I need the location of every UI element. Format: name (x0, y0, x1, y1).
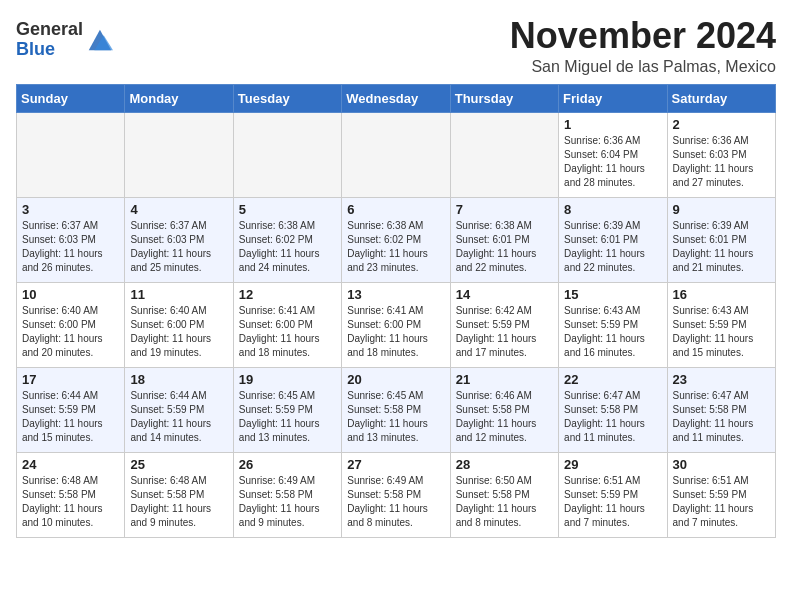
logo: General Blue (16, 20, 113, 60)
day-info: Sunrise: 6:49 AM Sunset: 5:58 PM Dayligh… (347, 474, 444, 530)
calendar-week-row: 10Sunrise: 6:40 AM Sunset: 6:00 PM Dayli… (17, 282, 776, 367)
weekday-header: Sunday (17, 84, 125, 112)
day-info: Sunrise: 6:45 AM Sunset: 5:58 PM Dayligh… (347, 389, 444, 445)
calendar-cell (125, 112, 233, 197)
calendar-week-row: 1Sunrise: 6:36 AM Sunset: 6:04 PM Daylig… (17, 112, 776, 197)
day-info: Sunrise: 6:41 AM Sunset: 6:00 PM Dayligh… (239, 304, 336, 360)
day-info: Sunrise: 6:39 AM Sunset: 6:01 PM Dayligh… (564, 219, 661, 275)
calendar-cell: 5Sunrise: 6:38 AM Sunset: 6:02 PM Daylig… (233, 197, 341, 282)
day-number: 1 (564, 117, 661, 132)
calendar-cell: 13Sunrise: 6:41 AM Sunset: 6:00 PM Dayli… (342, 282, 450, 367)
weekday-header-row: SundayMondayTuesdayWednesdayThursdayFrid… (17, 84, 776, 112)
weekday-header: Monday (125, 84, 233, 112)
calendar-cell: 3Sunrise: 6:37 AM Sunset: 6:03 PM Daylig… (17, 197, 125, 282)
day-info: Sunrise: 6:36 AM Sunset: 6:04 PM Dayligh… (564, 134, 661, 190)
calendar-cell: 20Sunrise: 6:45 AM Sunset: 5:58 PM Dayli… (342, 367, 450, 452)
calendar-table: SundayMondayTuesdayWednesdayThursdayFrid… (16, 84, 776, 538)
day-info: Sunrise: 6:38 AM Sunset: 6:02 PM Dayligh… (239, 219, 336, 275)
calendar-cell: 29Sunrise: 6:51 AM Sunset: 5:59 PM Dayli… (559, 452, 667, 537)
calendar-cell: 10Sunrise: 6:40 AM Sunset: 6:00 PM Dayli… (17, 282, 125, 367)
day-number: 21 (456, 372, 553, 387)
calendar-cell (450, 112, 558, 197)
logo-general-text: General (16, 19, 83, 39)
weekday-header: Wednesday (342, 84, 450, 112)
calendar-cell (342, 112, 450, 197)
calendar-cell: 25Sunrise: 6:48 AM Sunset: 5:58 PM Dayli… (125, 452, 233, 537)
day-number: 3 (22, 202, 119, 217)
day-number: 22 (564, 372, 661, 387)
calendar-cell (233, 112, 341, 197)
calendar-cell: 21Sunrise: 6:46 AM Sunset: 5:58 PM Dayli… (450, 367, 558, 452)
day-number: 11 (130, 287, 227, 302)
calendar-week-row: 17Sunrise: 6:44 AM Sunset: 5:59 PM Dayli… (17, 367, 776, 452)
day-number: 10 (22, 287, 119, 302)
calendar-week-row: 3Sunrise: 6:37 AM Sunset: 6:03 PM Daylig… (17, 197, 776, 282)
calendar-cell: 11Sunrise: 6:40 AM Sunset: 6:00 PM Dayli… (125, 282, 233, 367)
day-number: 29 (564, 457, 661, 472)
calendar-cell: 16Sunrise: 6:43 AM Sunset: 5:59 PM Dayli… (667, 282, 775, 367)
calendar-cell: 1Sunrise: 6:36 AM Sunset: 6:04 PM Daylig… (559, 112, 667, 197)
day-number: 20 (347, 372, 444, 387)
calendar-cell: 28Sunrise: 6:50 AM Sunset: 5:58 PM Dayli… (450, 452, 558, 537)
calendar-cell: 4Sunrise: 6:37 AM Sunset: 6:03 PM Daylig… (125, 197, 233, 282)
title-area: November 2024 San Miguel de las Palmas, … (510, 16, 776, 76)
calendar-cell: 18Sunrise: 6:44 AM Sunset: 5:59 PM Dayli… (125, 367, 233, 452)
calendar-cell: 22Sunrise: 6:47 AM Sunset: 5:58 PM Dayli… (559, 367, 667, 452)
calendar-cell: 30Sunrise: 6:51 AM Sunset: 5:59 PM Dayli… (667, 452, 775, 537)
calendar-cell: 9Sunrise: 6:39 AM Sunset: 6:01 PM Daylig… (667, 197, 775, 282)
day-number: 13 (347, 287, 444, 302)
calendar-cell: 6Sunrise: 6:38 AM Sunset: 6:02 PM Daylig… (342, 197, 450, 282)
day-info: Sunrise: 6:45 AM Sunset: 5:59 PM Dayligh… (239, 389, 336, 445)
day-info: Sunrise: 6:47 AM Sunset: 5:58 PM Dayligh… (673, 389, 770, 445)
calendar-cell (17, 112, 125, 197)
day-number: 24 (22, 457, 119, 472)
calendar-cell: 7Sunrise: 6:38 AM Sunset: 6:01 PM Daylig… (450, 197, 558, 282)
day-info: Sunrise: 6:39 AM Sunset: 6:01 PM Dayligh… (673, 219, 770, 275)
day-number: 26 (239, 457, 336, 472)
calendar-cell: 12Sunrise: 6:41 AM Sunset: 6:00 PM Dayli… (233, 282, 341, 367)
day-info: Sunrise: 6:41 AM Sunset: 6:00 PM Dayligh… (347, 304, 444, 360)
page-header: General Blue November 2024 San Miguel de… (16, 16, 776, 76)
day-info: Sunrise: 6:37 AM Sunset: 6:03 PM Dayligh… (22, 219, 119, 275)
day-info: Sunrise: 6:48 AM Sunset: 5:58 PM Dayligh… (130, 474, 227, 530)
logo-blue-text: Blue (16, 39, 55, 59)
calendar-cell: 8Sunrise: 6:39 AM Sunset: 6:01 PM Daylig… (559, 197, 667, 282)
day-number: 7 (456, 202, 553, 217)
day-number: 19 (239, 372, 336, 387)
day-number: 4 (130, 202, 227, 217)
day-info: Sunrise: 6:51 AM Sunset: 5:59 PM Dayligh… (673, 474, 770, 530)
day-number: 5 (239, 202, 336, 217)
calendar-cell: 15Sunrise: 6:43 AM Sunset: 5:59 PM Dayli… (559, 282, 667, 367)
day-number: 16 (673, 287, 770, 302)
day-info: Sunrise: 6:43 AM Sunset: 5:59 PM Dayligh… (673, 304, 770, 360)
day-info: Sunrise: 6:46 AM Sunset: 5:58 PM Dayligh… (456, 389, 553, 445)
day-info: Sunrise: 6:38 AM Sunset: 6:02 PM Dayligh… (347, 219, 444, 275)
calendar-cell: 19Sunrise: 6:45 AM Sunset: 5:59 PM Dayli… (233, 367, 341, 452)
day-number: 30 (673, 457, 770, 472)
day-info: Sunrise: 6:48 AM Sunset: 5:58 PM Dayligh… (22, 474, 119, 530)
day-number: 27 (347, 457, 444, 472)
day-info: Sunrise: 6:50 AM Sunset: 5:58 PM Dayligh… (456, 474, 553, 530)
day-info: Sunrise: 6:44 AM Sunset: 5:59 PM Dayligh… (22, 389, 119, 445)
calendar-cell: 2Sunrise: 6:36 AM Sunset: 6:03 PM Daylig… (667, 112, 775, 197)
day-info: Sunrise: 6:38 AM Sunset: 6:01 PM Dayligh… (456, 219, 553, 275)
day-info: Sunrise: 6:43 AM Sunset: 5:59 PM Dayligh… (564, 304, 661, 360)
day-info: Sunrise: 6:36 AM Sunset: 6:03 PM Dayligh… (673, 134, 770, 190)
day-info: Sunrise: 6:49 AM Sunset: 5:58 PM Dayligh… (239, 474, 336, 530)
day-number: 12 (239, 287, 336, 302)
day-number: 6 (347, 202, 444, 217)
calendar-cell: 17Sunrise: 6:44 AM Sunset: 5:59 PM Dayli… (17, 367, 125, 452)
weekday-header: Tuesday (233, 84, 341, 112)
day-number: 18 (130, 372, 227, 387)
day-info: Sunrise: 6:40 AM Sunset: 6:00 PM Dayligh… (22, 304, 119, 360)
day-number: 28 (456, 457, 553, 472)
location-title: San Miguel de las Palmas, Mexico (510, 58, 776, 76)
day-number: 23 (673, 372, 770, 387)
weekday-header: Friday (559, 84, 667, 112)
calendar-cell: 23Sunrise: 6:47 AM Sunset: 5:58 PM Dayli… (667, 367, 775, 452)
logo-icon (85, 26, 113, 54)
day-info: Sunrise: 6:37 AM Sunset: 6:03 PM Dayligh… (130, 219, 227, 275)
weekday-header: Saturday (667, 84, 775, 112)
day-number: 17 (22, 372, 119, 387)
day-number: 2 (673, 117, 770, 132)
